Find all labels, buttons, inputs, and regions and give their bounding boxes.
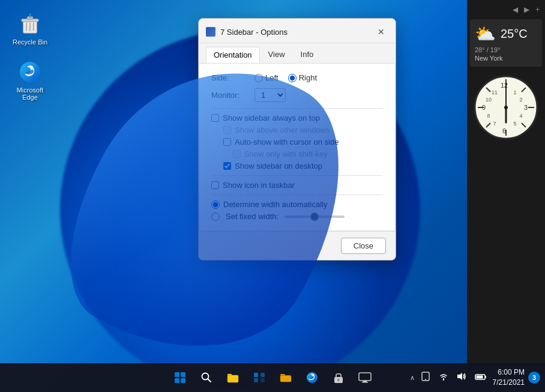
- panel-arrows: ◀ ▶ +: [467, 3, 545, 16]
- multitasking-button[interactable]: [247, 366, 271, 390]
- width-slider[interactable]: [285, 216, 345, 218]
- svg-text:2: 2: [519, 97, 522, 103]
- recycle-bin-icon[interactable]: Recycle Bin: [9, 12, 51, 46]
- file-explorer-button[interactable]: [221, 366, 245, 390]
- notification-badge[interactable]: 3: [528, 372, 540, 384]
- show-desktop-checkbox[interactable]: [223, 162, 231, 170]
- auto-show-row: Auto-show with cursor on side: [223, 137, 383, 146]
- dialog-close-button[interactable]: ✕: [374, 25, 388, 39]
- tab-orientation[interactable]: Orientation: [206, 47, 260, 63]
- auto-width-radio[interactable]: [211, 201, 220, 209]
- weather-range: 28° / 19°: [475, 46, 500, 53]
- svg-text:8: 8: [487, 113, 490, 119]
- auto-show-label: Auto-show with cursor on side: [235, 137, 339, 146]
- tray-chevron[interactable]: ∧: [410, 374, 415, 382]
- svg-text:5: 5: [513, 121, 516, 127]
- taskbar-date: 7/21/2021: [493, 378, 525, 388]
- battery-icon[interactable]: [472, 370, 489, 385]
- svg-point-45: [337, 379, 340, 381]
- dialog-content: Side: Left Right Monitor: 1: [199, 63, 396, 231]
- desktop: Recycle Bin Microsoft Edge ◀ ▶ +: [0, 0, 545, 392]
- auto-show-checkbox[interactable]: [223, 138, 231, 146]
- always-on-top-checkbox[interactable]: [211, 114, 219, 122]
- taskbar-clock[interactable]: 6:00 PM 7/21/2021: [493, 367, 525, 388]
- network-icon[interactable]: [436, 369, 451, 386]
- dialog-titlebar: 7 Sidebar - Options ✕: [199, 19, 396, 43]
- shift-key-row: Show only with shift-key: [233, 149, 383, 158]
- icon-taskbar-checkbox[interactable]: [211, 181, 219, 189]
- display-button[interactable]: [353, 366, 377, 390]
- tablet-mode-icon[interactable]: [418, 369, 433, 386]
- panel-left-arrow[interactable]: ◀: [510, 4, 520, 15]
- clock-widget: 12 3 6 9 1 2 4 5 7 8 10 11: [473, 74, 539, 140]
- edge-taskbar-button[interactable]: [300, 366, 324, 390]
- shift-key-checkbox[interactable]: [233, 150, 241, 158]
- svg-rect-34: [181, 378, 185, 383]
- lock-button[interactable]: [327, 366, 351, 390]
- left-option[interactable]: Left: [254, 73, 279, 82]
- svg-rect-40: [254, 378, 258, 382]
- right-option[interactable]: Right: [288, 73, 317, 82]
- panel-add-arrow[interactable]: +: [533, 4, 542, 15]
- svg-rect-41: [260, 378, 265, 382]
- options-dialog: 7 Sidebar - Options ✕ Orientation View I…: [198, 18, 396, 261]
- fixed-width-radio[interactable]: [211, 213, 220, 221]
- weather-temp: 25°C: [501, 27, 528, 41]
- monitor-row: Monitor: 1: [211, 88, 383, 102]
- taskbar-time: 6:00 PM: [493, 367, 525, 378]
- right-radio[interactable]: [288, 74, 297, 82]
- show-desktop-row: Show sidebar on desktop: [223, 161, 383, 170]
- dialog-tabs: Orientation View Info: [199, 43, 396, 63]
- svg-rect-32: [181, 372, 185, 377]
- svg-rect-46: [359, 373, 371, 381]
- show-above-row: Show above other windows: [223, 125, 383, 134]
- left-label: Left: [265, 73, 279, 82]
- edge-icon[interactable]: Microsoft Edge: [9, 60, 51, 101]
- folder-button[interactable]: [274, 366, 298, 390]
- start-button[interactable]: [168, 366, 192, 390]
- svg-line-36: [208, 379, 211, 382]
- svg-rect-54: [476, 376, 483, 379]
- svg-text:7: 7: [493, 121, 496, 127]
- auto-width-row: Determine width automatically: [211, 200, 383, 209]
- weather-widget: ⛅ 25°C 28° / 19° New York: [470, 19, 542, 67]
- svg-text:11: 11: [492, 89, 498, 95]
- shift-key-label: Show only with shift-key: [244, 149, 328, 158]
- svg-rect-37: [227, 375, 238, 382]
- divider-1: [211, 108, 383, 109]
- always-on-top-row: Show sidebar always on top: [211, 113, 383, 122]
- svg-text:4: 4: [519, 113, 522, 119]
- recycle-bin-label: Recycle Bin: [13, 38, 47, 46]
- show-above-checkbox[interactable]: [223, 126, 231, 134]
- fixed-width-label: Set fixed width:: [226, 212, 279, 221]
- tab-view[interactable]: View: [261, 47, 292, 63]
- svg-rect-31: [175, 372, 179, 377]
- auto-width-label: Determine width automatically: [223, 200, 327, 209]
- taskbar-center: [168, 366, 377, 390]
- panel-right-arrow[interactable]: ▶: [522, 4, 532, 15]
- svg-text:3: 3: [524, 104, 528, 111]
- dialog-title: 7 Sidebar - Options: [220, 28, 369, 37]
- weather-icon: ⛅: [475, 24, 496, 44]
- svg-text:12: 12: [501, 82, 508, 89]
- icon-taskbar-row: Show icon in taskbar: [211, 181, 383, 190]
- svg-rect-39: [260, 373, 265, 377]
- monitor-select[interactable]: 1: [254, 88, 286, 102]
- svg-rect-53: [485, 376, 486, 378]
- taskbar-right: ∧: [410, 367, 540, 388]
- left-radio[interactable]: [254, 74, 263, 82]
- svg-text:6: 6: [502, 127, 506, 134]
- close-button[interactable]: Close: [341, 238, 386, 254]
- volume-icon[interactable]: [454, 369, 469, 386]
- right-panel: ◀ ▶ + ⛅ 25°C 28° / 19° New York: [467, 0, 545, 366]
- side-row: Side: Left Right: [211, 73, 383, 82]
- tab-info[interactable]: Info: [294, 47, 321, 63]
- search-button[interactable]: [194, 366, 218, 390]
- divider-2: [211, 175, 383, 176]
- taskbar: ∧: [0, 363, 545, 392]
- svg-rect-33: [175, 378, 179, 383]
- side-label: Side:: [211, 73, 247, 82]
- icon-taskbar-label: Show icon in taskbar: [223, 181, 295, 190]
- fixed-width-row: Set fixed width:: [211, 212, 383, 221]
- side-radio-group: Left Right: [254, 73, 317, 82]
